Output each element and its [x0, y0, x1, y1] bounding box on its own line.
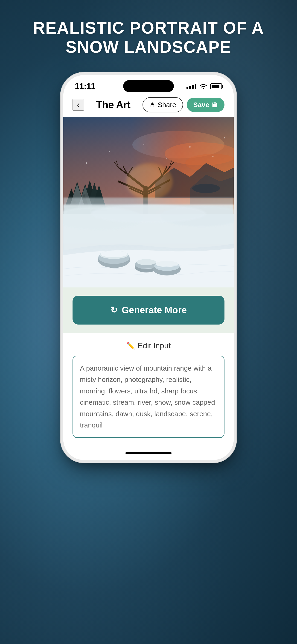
phone-mockup: 11:11	[63, 75, 234, 460]
svg-point-47	[189, 146, 191, 148]
svg-rect-1	[151, 105, 154, 107]
save-label: Save	[193, 101, 209, 109]
svg-point-0	[202, 88, 204, 89]
page-title: REALISTIC PORTRAIT OF ASNOW LANDSCAPE	[14, 18, 282, 57]
battery-fill	[212, 85, 220, 88]
refresh-icon: ↻	[110, 305, 118, 315]
text-fade	[73, 424, 224, 438]
svg-point-46	[166, 158, 168, 159]
nav-title: The Art	[96, 99, 130, 110]
wifi-icon	[199, 83, 208, 90]
svg-point-50	[224, 137, 225, 138]
home-indicator	[63, 446, 234, 460]
svg-point-48	[212, 156, 214, 156]
share-icon	[150, 102, 156, 108]
svg-point-37	[136, 259, 156, 265]
status-bar: 11:11	[63, 75, 234, 94]
svg-point-8	[192, 184, 220, 193]
svg-point-45	[109, 151, 110, 152]
svg-point-43	[91, 204, 206, 223]
edit-input-text: Edit Input	[138, 341, 171, 350]
share-label: Share	[158, 101, 176, 109]
dynamic-island	[123, 80, 174, 92]
status-time: 11:11	[75, 82, 96, 91]
prompt-input[interactable]: A panoramic view of mountain range with …	[72, 356, 224, 438]
home-bar	[126, 452, 172, 454]
generate-more-button[interactable]: ↻ Generate More	[72, 296, 224, 324]
status-icons	[186, 83, 222, 90]
back-chevron-icon: ‹	[77, 100, 80, 110]
edit-input-label: ✏️ Edit Input	[72, 341, 224, 350]
back-button[interactable]: ‹	[72, 99, 84, 110]
prompt-text: A panoramic view of mountain range with …	[80, 362, 217, 431]
landscape-scene	[63, 117, 234, 288]
generate-more-label: Generate More	[122, 305, 187, 315]
phone-screen: 11:11	[63, 75, 234, 460]
svg-point-27	[125, 166, 166, 198]
svg-point-49	[144, 144, 144, 145]
battery-icon	[210, 84, 222, 89]
nav-bar: ‹ The Art Share Save	[63, 94, 234, 117]
edit-input-section: ✏️ Edit Input A panoramic view of mounta…	[63, 333, 234, 446]
save-button[interactable]: Save	[187, 98, 224, 112]
share-button[interactable]: Share	[142, 97, 183, 112]
save-icon	[212, 102, 218, 108]
signal-icon	[186, 84, 196, 89]
svg-point-40	[156, 261, 178, 267]
action-area: ↻ Generate More	[63, 288, 234, 333]
pencil-icon: ✏️	[126, 342, 135, 350]
landscape-image	[63, 117, 234, 288]
svg-point-44	[86, 162, 87, 164]
nav-actions: Share Save	[142, 97, 224, 112]
svg-point-34	[100, 251, 127, 257]
